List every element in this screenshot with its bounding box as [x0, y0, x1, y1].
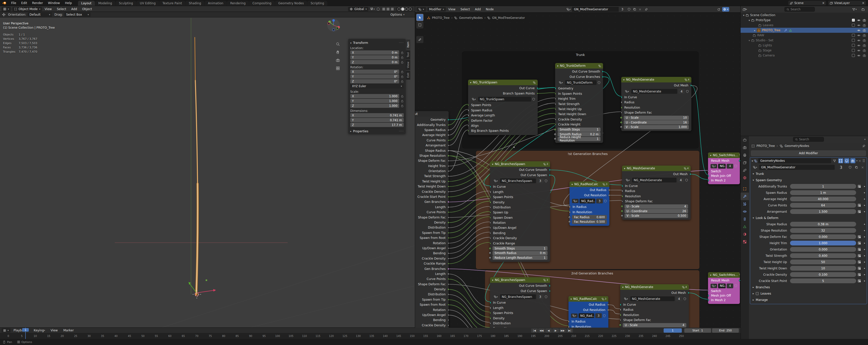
- input-attribute-toggle[interactable]: [856, 204, 862, 207]
- socket-green[interactable]: [621, 106, 622, 109]
- collection-checkbox-off[interactable]: [852, 24, 855, 27]
- node-mg0[interactable]: ▾NG_MeshGenerate4Out Mesh▾NG_MeshGenerat…: [621, 77, 691, 131]
- properties-search[interactable]: Search: [793, 137, 824, 142]
- socket-green[interactable]: [468, 119, 469, 122]
- npanel-field-location-y[interactable]: Y0 m: [350, 55, 399, 60]
- node-td[interactable]: ▾NG_TrunkDeformOut Curve SmoothOut Curve…: [555, 63, 603, 143]
- transform-panel-header[interactable]: ▾Transform····: [350, 40, 404, 46]
- editor-type-button[interactable]: ▾: [1, 7, 11, 11]
- socket-gray[interactable]: [447, 257, 448, 260]
- socket-gray[interactable]: [620, 318, 621, 321]
- socket-gray[interactable]: [447, 308, 448, 311]
- socket-green[interactable]: [447, 180, 448, 183]
- socket-purple[interactable]: [708, 290, 709, 292]
- socket-green[interactable]: [447, 139, 448, 142]
- socket-teal[interactable]: [490, 302, 491, 304]
- view-layer-clear-icon[interactable]: ×: [862, 1, 865, 5]
- lock-toggle[interactable]: [401, 51, 404, 54]
- field-value-slider[interactable]: 10: [790, 266, 856, 271]
- field-value-slider[interactable]: 0.100: [790, 272, 856, 277]
- socket-gray[interactable]: [447, 216, 448, 219]
- on-cage-toggle[interactable]: [832, 158, 837, 163]
- play-button[interactable]: ▶: [552, 329, 559, 333]
- socket-gray[interactable]: [468, 114, 469, 117]
- npanel-field-scale-y[interactable]: Y1.000: [350, 99, 399, 103]
- socket-gray[interactable]: [608, 189, 609, 191]
- snap-magnet-button[interactable]: ▾: [370, 7, 375, 11]
- node-mg2[interactable]: ▾NG_MeshGenerate4Out Mesh▾NG_MeshGenerat…: [620, 284, 689, 327]
- workspace-tab-layout[interactable]: Layout: [78, 1, 95, 6]
- input-attribute-toggle[interactable]: [856, 248, 862, 251]
- collection-checkbox-off[interactable]: [852, 39, 855, 42]
- scene-clear-icon[interactable]: ×: [822, 1, 825, 5]
- node-rc2[interactable]: ▾NG_RadResCalc3Out RadiusOut Resolution▾…: [568, 296, 608, 327]
- socket-gray[interactable]: [555, 97, 556, 100]
- shading-solid-button[interactable]: [401, 7, 404, 10]
- pin-button[interactable]: [645, 8, 648, 11]
- section-checkbox[interactable]: [756, 292, 759, 295]
- render-visibility-camera-icon[interactable]: [863, 54, 866, 57]
- socket-gray[interactable]: [569, 206, 570, 208]
- node-group-selector[interactable]: ▾NG...4: [711, 164, 737, 169]
- field-value-slider[interactable]: 0.400: [790, 253, 856, 258]
- node-group-icon-button[interactable]: ▾: [711, 284, 717, 288]
- npanel-field-scale-z[interactable]: Z1.000: [350, 104, 399, 108]
- node-group-icon-button[interactable]: ▾: [624, 178, 631, 182]
- socket-purple[interactable]: [447, 201, 448, 203]
- view-layer-selector[interactable]: ViewLayer×: [828, 1, 866, 5]
- field-value-slider[interactable]: 5: [790, 278, 856, 283]
- render-visibility-camera-icon[interactable]: [863, 19, 866, 22]
- unlink-button[interactable]: [860, 165, 865, 170]
- socket-teal[interactable]: [708, 179, 709, 182]
- render-visibility-camera-icon[interactable]: [863, 49, 866, 52]
- socket-gray[interactable]: [447, 149, 448, 152]
- socket-gray[interactable]: [490, 307, 491, 309]
- node-field-fac-radius[interactable]: Fac Radius0.600: [572, 215, 607, 219]
- node-field-smooth-steps[interactable]: Smooth Steps1: [493, 246, 548, 250]
- input-attribute-toggle[interactable]: [856, 273, 862, 276]
- animate-property-dot[interactable]: [862, 236, 867, 237]
- socket-green[interactable]: [555, 123, 556, 126]
- node-group-selector[interactable]: ▾NG...4: [711, 283, 737, 288]
- socket-gray[interactable]: [447, 252, 448, 255]
- socket-green[interactable]: [555, 92, 556, 95]
- workspace-tab-scripting[interactable]: Scripting: [307, 1, 327, 6]
- node-editor-type-button[interactable]: ▾: [416, 7, 426, 11]
- socket-teal[interactable]: [549, 169, 550, 171]
- visibility-eye-icon[interactable]: [857, 49, 861, 52]
- socket-gray[interactable]: [447, 129, 448, 131]
- npanel-field-location-z[interactable]: Z0 m: [350, 60, 399, 64]
- jump-to-start-button[interactable]: |◀: [531, 329, 538, 333]
- socket-teal[interactable]: [708, 295, 709, 297]
- properties-tab-physics[interactable]: [741, 208, 749, 215]
- viewport-menu-select[interactable]: Select: [54, 6, 69, 12]
- render-display-toggle[interactable]: [850, 158, 856, 163]
- socket-green[interactable]: [622, 195, 623, 197]
- socket-teal[interactable]: [549, 290, 550, 292]
- socket-teal[interactable]: [602, 76, 603, 78]
- node-field-reduce-length-resolution[interactable]: Reduce Length Resolution1: [493, 255, 548, 260]
- lock-toggle[interactable]: [401, 104, 404, 107]
- socket-green[interactable]: [447, 221, 448, 224]
- outliner-display-mode[interactable]: ▾: [743, 8, 747, 11]
- animate-property-dot[interactable]: [862, 255, 867, 256]
- animate-property-dot[interactable]: [862, 186, 867, 187]
- socket-green[interactable]: [447, 185, 448, 188]
- node-group-users[interactable]: 3: [595, 313, 602, 318]
- node-group-selector[interactable]: ▾NG_TrunkDeform: [558, 80, 600, 85]
- socket-green[interactable]: [447, 298, 448, 301]
- node-field-v-scale[interactable]: V - Scale0.500: [624, 214, 688, 218]
- socket-teal[interactable]: [739, 279, 740, 282]
- socket-green[interactable]: [490, 327, 491, 327]
- lock-toggle[interactable]: [401, 61, 404, 64]
- next-keyframe-button[interactable]: ▶▶: [559, 329, 566, 333]
- socket-green[interactable]: [555, 113, 556, 116]
- node-tree-icon-button[interactable]: ▾: [752, 165, 758, 170]
- npanel-field-rotation-y[interactable]: Y0°: [350, 74, 399, 79]
- fake-user-button[interactable]: [683, 297, 686, 300]
- collection-checkbox-on[interactable]: ✓: [852, 19, 855, 22]
- node-group-selector[interactable]: ▾NG_MeshGenerate4: [624, 89, 689, 94]
- workspace-tab-sculpting[interactable]: Sculpting: [116, 1, 136, 6]
- socket-gray[interactable]: [447, 175, 448, 178]
- socket-teal[interactable]: [537, 87, 538, 90]
